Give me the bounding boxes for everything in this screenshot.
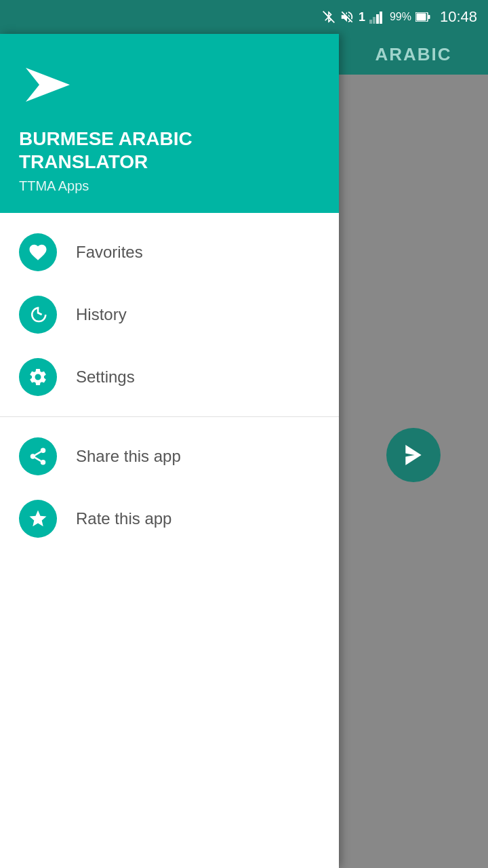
clock-icon [28, 304, 48, 325]
svg-rect-3 [376, 14, 379, 24]
right-panel: ARABIC [339, 34, 488, 868]
rate-label: Rate this app [76, 509, 171, 528]
battery-text: 99% [390, 11, 411, 23]
star-icon [28, 509, 48, 529]
svg-rect-7 [428, 15, 430, 19]
secondary-nav: Share this app Rate this app [0, 417, 339, 558]
navigation-drawer: BURMESE ARABIC TRANSLATOR TTMA Apps Favo… [0, 34, 339, 868]
volume-mute-icon [340, 9, 354, 24]
nav-item-settings[interactable]: Settings [0, 346, 339, 408]
history-icon-circle [19, 296, 57, 334]
right-panel-content [339, 75, 488, 868]
settings-label: Settings [76, 368, 135, 387]
settings-icon-circle [19, 358, 57, 396]
svg-rect-2 [373, 17, 375, 24]
status-bar: 1 99% 10:48 [0, 0, 488, 34]
svg-line-13 [35, 452, 41, 455]
sim-badge: 1 [359, 10, 365, 24]
nav-item-share[interactable]: Share this app [0, 425, 339, 488]
favorites-icon-circle [19, 233, 57, 271]
app-title: BURMESE ARABIC TRANSLATOR [19, 127, 320, 173]
svg-point-9 [41, 448, 46, 454]
right-panel-top-bar: ARABIC [339, 34, 488, 75]
svg-marker-8 [26, 68, 70, 102]
drawer-header: BURMESE ARABIC TRANSLATOR TTMA Apps [0, 34, 339, 213]
send-icon [400, 441, 427, 469]
share-label: Share this app [76, 447, 181, 466]
app-logo [19, 54, 80, 115]
status-icons: 1 99% 10:48 [322, 8, 477, 26]
signal-icon [369, 10, 386, 24]
nav-item-history[interactable]: History [0, 283, 339, 346]
arabic-label: ARABIC [375, 44, 451, 65]
translate-button[interactable] [386, 428, 441, 482]
status-time: 10:48 [440, 8, 477, 26]
battery-icon [415, 12, 430, 22]
primary-nav: Favorites History Set [0, 213, 339, 417]
app-subtitle: TTMA Apps [19, 178, 320, 194]
svg-rect-4 [380, 12, 382, 24]
favorites-label: Favorites [76, 243, 143, 262]
heart-icon [28, 242, 48, 262]
nav-item-favorites[interactable]: Favorites [0, 221, 339, 283]
nav-item-rate[interactable]: Rate this app [0, 488, 339, 550]
share-icon [28, 446, 48, 467]
gear-icon [28, 367, 48, 387]
history-label: History [76, 305, 127, 324]
bluetooth-icon [322, 10, 336, 24]
svg-rect-6 [416, 14, 426, 21]
svg-point-11 [41, 460, 46, 465]
svg-line-12 [35, 458, 41, 461]
share-icon-circle [19, 437, 57, 475]
svg-marker-14 [405, 445, 421, 465]
svg-rect-1 [369, 20, 372, 24]
rate-icon-circle [19, 500, 57, 538]
svg-point-10 [30, 454, 36, 459]
main-container: BURMESE ARABIC TRANSLATOR TTMA Apps Favo… [0, 34, 488, 868]
